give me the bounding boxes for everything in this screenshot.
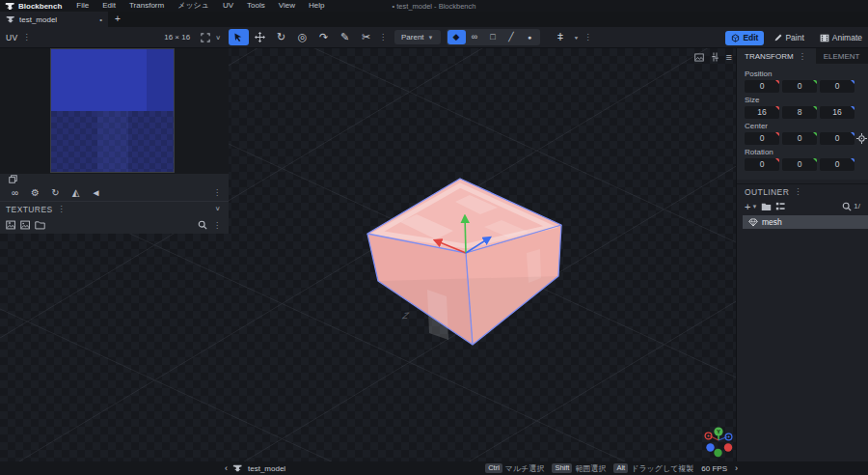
uv-auto-uv-button[interactable]: ↻: [46, 184, 65, 200]
menu-file[interactable]: File: [69, 0, 95, 12]
rotation-x-input[interactable]: 0: [745, 158, 779, 171]
vertex-snap-tool-button[interactable]: ↷: [313, 29, 334, 45]
new-group-button[interactable]: [761, 202, 772, 211]
panel-menu-button[interactable]: ≡: [726, 51, 732, 63]
rotation-z-input[interactable]: 0: [820, 158, 854, 171]
move-gizmo-tool-button[interactable]: [229, 29, 249, 45]
screenshot-button[interactable]: [694, 53, 704, 62]
uv-announce-button[interactable]: ◄: [87, 184, 105, 200]
uv-panel-menu-icon[interactable]: ⋮: [20, 33, 32, 42]
position-y-input[interactable]: 0: [782, 80, 817, 93]
focus-pivot-button[interactable]: [856, 133, 867, 144]
uv-zoom-chevron-icon[interactable]: ∨: [213, 34, 223, 41]
center-z-input[interactable]: 0: [820, 132, 854, 145]
position-z-input[interactable]: 0: [820, 80, 854, 93]
uv-tools-menu-icon[interactable]: ⋮: [211, 188, 223, 197]
size-z-input[interactable]: 16: [820, 106, 854, 119]
view-axis-gizmo[interactable]: Y: [701, 426, 738, 462]
tab-transform-label: TRANSFORM: [745, 52, 794, 61]
search-icon[interactable]: [198, 220, 207, 230]
object-mode-button[interactable]: ◆: [448, 30, 466, 44]
menu-uv[interactable]: UV: [216, 0, 240, 12]
uv-texture-size-label: 16 × 16: [164, 33, 190, 42]
status-expand-icon[interactable]: ›: [735, 463, 738, 473]
textures-toolbar-menu-icon[interactable]: ⋮: [211, 221, 223, 230]
axis-x-positive[interactable]: [724, 443, 732, 451]
menu-edit[interactable]: Edit: [95, 0, 122, 12]
outliner-search-icon[interactable]: [842, 202, 852, 211]
copy-uv-button[interactable]: [6, 174, 19, 183]
main-tools: ↻ ◎ ↷ ✎ ✂ ⋮ Parent ▼ ◆ ∞ □ ╱ ● ǂ ▼ ⋮: [229, 29, 593, 45]
menu-mesh[interactable]: メッシュ: [171, 0, 216, 12]
add-element-arrow-icon: ▼: [751, 204, 757, 210]
size-x-input[interactable]: 16: [745, 106, 779, 119]
center-x-input[interactable]: 0: [745, 132, 779, 145]
menu-help[interactable]: Help: [302, 0, 331, 12]
transform-tab-menu-icon[interactable]: ⋮: [797, 52, 808, 61]
viewport-settings-button[interactable]: [711, 52, 719, 62]
textures-collapse-icon[interactable]: ∨: [213, 206, 223, 212]
uv-texture-preview[interactable]: [51, 49, 174, 172]
resize-tool-button[interactable]: [250, 29, 270, 45]
uv-link-button[interactable]: ∞: [6, 184, 24, 200]
gizmo-y-arrow[interactable]: [465, 216, 466, 253]
face-mode-button[interactable]: □: [484, 30, 502, 44]
tab-element[interactable]: ELEMENT: [816, 48, 868, 64]
cube-icon: [731, 34, 740, 42]
knife-tool-button[interactable]: ✎: [335, 29, 355, 45]
toggle-outliner-view-button[interactable]: [775, 202, 785, 211]
transform-space-button[interactable]: ǂ: [551, 29, 571, 45]
menu-view[interactable]: View: [272, 0, 302, 12]
axis-y-label: Y: [717, 429, 720, 434]
position-x-input[interactable]: 0: [745, 80, 779, 93]
uv-editor-canvas[interactable]: [0, 48, 229, 174]
vertex-mode-button[interactable]: ●: [521, 30, 539, 44]
pivot-tool-button[interactable]: ◎: [292, 29, 312, 45]
open-texture-folder-button[interactable]: [35, 220, 45, 230]
textures-menu-icon[interactable]: ⋮: [56, 205, 68, 213]
status-collapse-icon[interactable]: ‹: [225, 463, 228, 473]
rotate-tool-button[interactable]: ↻: [271, 29, 291, 45]
dot-icon: ●: [528, 29, 531, 45]
new-tab-button[interactable]: +: [108, 12, 127, 27]
chain-link-icon: ∞: [12, 187, 18, 198]
toolbar-menu-icon[interactable]: ⋮: [582, 33, 593, 42]
create-texture-button[interactable]: [20, 220, 31, 230]
uv-frame-icon[interactable]: [201, 33, 210, 42]
mesh-cube[interactable]: [367, 179, 561, 345]
seam-tool-button[interactable]: ✂: [356, 29, 376, 45]
edge-mode-button[interactable]: ╱: [502, 30, 521, 44]
uv-panel-header: UV ⋮ 16 × 16 ∨: [0, 27, 229, 47]
curved-arrow-icon: ↷: [319, 29, 328, 45]
import-texture-button[interactable]: [6, 220, 16, 230]
blockbench-anvil-icon: [5, 2, 15, 11]
status-model-name: test_model: [248, 464, 285, 473]
add-element-button[interactable]: +▼: [745, 201, 757, 212]
uv-settings-button[interactable]: ⚙: [26, 184, 44, 200]
mode-switcher: Edit Paint Animate: [725, 27, 868, 48]
menu-transform[interactable]: Transform: [122, 0, 171, 12]
center-y-input[interactable]: 0: [782, 132, 817, 145]
blockbench-window: Blockbench File Edit Transform メッシュ UV T…: [0, 0, 868, 475]
menu-tools[interactable]: Tools: [240, 0, 272, 12]
cluster-mode-button[interactable]: ∞: [466, 30, 484, 44]
tools-menu-icon[interactable]: ⋮: [377, 33, 389, 42]
uv-subrow: [0, 174, 229, 183]
rotation-y-input[interactable]: 0: [782, 158, 817, 171]
tab-transform[interactable]: TRANSFORM ⋮: [737, 48, 816, 64]
image-icon: [20, 220, 31, 230]
size-y-input[interactable]: 8: [782, 106, 817, 119]
uv-mirror-button[interactable]: ◭: [67, 184, 85, 200]
model-tab[interactable]: test_model •: [0, 12, 108, 27]
outliner-menu-icon[interactable]: ⋮: [792, 187, 803, 196]
mirror-triangle-icon: ◭: [72, 187, 80, 198]
edit-mode-button[interactable]: Edit: [725, 31, 764, 45]
outliner-item-mesh[interactable]: mesh: [743, 215, 868, 229]
axis-z-positive[interactable]: [706, 443, 714, 451]
transform-space-arrow-icon[interactable]: ▼: [572, 35, 582, 40]
status-bar: ‹ test_model Ctrl マルチ選択 Shift 範囲選択 Alt ド…: [0, 461, 868, 475]
axis-y-negative[interactable]: [714, 449, 721, 457]
paint-mode-button[interactable]: Paint: [768, 31, 809, 45]
animate-mode-button[interactable]: Animate: [814, 31, 868, 45]
rotation-space-dropdown[interactable]: Parent ▼: [394, 30, 441, 44]
